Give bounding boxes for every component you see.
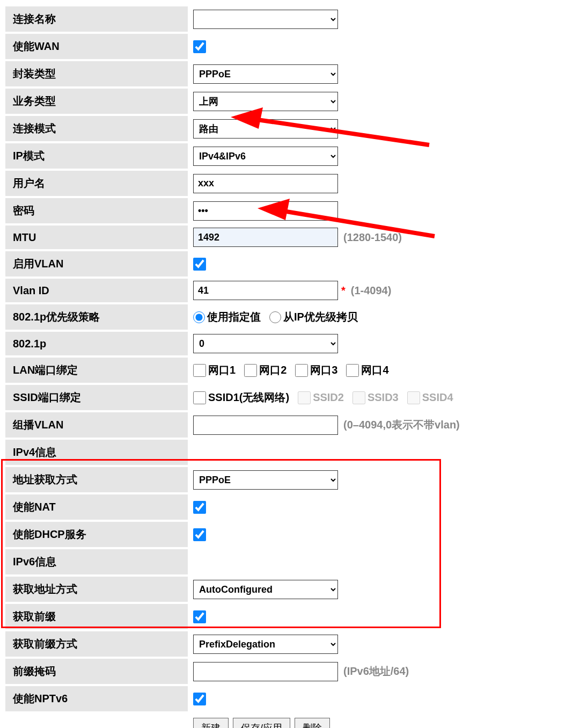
ssid1-text: SSID1(无线网络) [208, 390, 289, 405]
checkbox-ssid3 [352, 391, 365, 404]
delete-button[interactable]: 删除 [295, 718, 330, 728]
hint-mtu: (1280-1540) [343, 231, 402, 244]
checkbox-lan-port2[interactable] [244, 364, 257, 377]
lan-port4-text: 网口4 [361, 363, 388, 377]
hint-multicast-vlan: (0–4094,0表示不带vlan) [343, 418, 460, 432]
ssid4-text: SSID4 [422, 391, 453, 404]
label-addr-mode: 地址获取方式 [5, 467, 188, 492]
checkbox-ssid4 [407, 391, 420, 404]
row-enable-vlan: 启用VLAN [5, 250, 568, 278]
radio-copy-from-ip[interactable] [269, 311, 281, 323]
select-conn-name[interactable] [193, 10, 338, 29]
label-multicast-vlan: 组播VLAN [5, 412, 188, 438]
checkbox-lan-port3[interactable] [295, 364, 308, 377]
checkbox-lan-port4[interactable] [346, 364, 359, 377]
checkbox-enable-nat[interactable] [193, 501, 206, 514]
input-prefix-mask[interactable] [193, 662, 338, 681]
input-multicast-vlan[interactable] [193, 416, 338, 435]
row-password: 密码 [5, 197, 568, 224]
hint-vlan-id: (1-4094) [351, 285, 392, 297]
checkbox-lan-port1[interactable] [193, 364, 206, 377]
row-lan-bind: LAN端口绑定 网口1 网口2 网口3 网口4 [5, 356, 568, 384]
ssid4-label: SSID4 [407, 391, 453, 404]
lan-port3-label[interactable]: 网口3 [295, 363, 337, 377]
lan-port4-label[interactable]: 网口4 [346, 363, 388, 377]
hint-prefix-mask: (IPv6地址/64) [343, 664, 409, 679]
row-vlan-id: Vlan ID *(1-4094) [5, 278, 568, 303]
row-ipv6-info: IPv6信息 [5, 548, 568, 576]
label-8021p-policy: 802.1p优先级策略 [5, 304, 188, 330]
ssid2-text: SSID2 [313, 391, 344, 404]
row-prefix-mode: 获取前缀方式 PrefixDelegation [5, 630, 568, 658]
checkbox-enable-nptv6[interactable] [193, 693, 206, 705]
label-ipv6-addr-mode: 获取地址方式 [5, 577, 188, 602]
radio-copy-from-ip-text: 从IP优先级拷贝 [283, 310, 358, 324]
row-prefix-mask: 前缀掩码 (IPv6地址/64) [5, 658, 568, 685]
ssid1-label[interactable]: SSID1(无线网络) [193, 390, 289, 405]
label-password: 密码 [5, 198, 188, 223]
label-service-type: 业务类型 [5, 89, 188, 114]
input-vlan-id[interactable] [193, 281, 338, 300]
input-password[interactable] [193, 201, 338, 221]
lan-port2-text: 网口2 [259, 363, 286, 377]
radio-use-specified-text: 使用指定值 [207, 310, 261, 324]
select-addr-mode[interactable]: PPPoE [193, 470, 338, 490]
row-get-prefix: 获取前缀 [5, 603, 568, 630]
checkbox-enable-wan[interactable] [193, 40, 206, 53]
lan-port1-label[interactable]: 网口1 [193, 363, 236, 377]
wan-config-form: 连接名称 使能WAN 封装类型 PPPoE 业务类型 上网 连接模式 [5, 5, 568, 728]
label-vlan-id: Vlan ID [5, 279, 188, 302]
row-ip-mode: IP模式 IPv4&IPv6 [5, 142, 568, 170]
select-service-type[interactable]: 上网 [193, 92, 338, 111]
select-ipv6-addr-mode[interactable]: AutoConfigured [193, 580, 338, 599]
row-addr-mode: 地址获取方式 PPPoE [5, 466, 568, 493]
label-mtu: MTU [5, 225, 188, 249]
row-conn-mode: 连接模式 路由 [5, 115, 568, 142]
select-ip-mode[interactable]: IPv4&IPv6 [193, 147, 338, 166]
label-ip-mode: IP模式 [5, 143, 188, 169]
select-conn-mode[interactable]: 路由 [193, 119, 338, 139]
lan-port3-text: 网口3 [310, 363, 337, 377]
row-enable-dhcp: 使能DHCP服务 [5, 521, 568, 548]
label-ipv6-info: IPv6信息 [5, 549, 188, 574]
row-multicast-vlan: 组播VLAN (0–4094,0表示不带vlan) [5, 411, 568, 439]
label-prefix-mode: 获取前缀方式 [5, 631, 188, 657]
checkbox-ssid2 [298, 391, 311, 404]
lan-port2-label[interactable]: 网口2 [244, 363, 286, 377]
radio-copy-from-ip-label[interactable]: 从IP优先级拷贝 [269, 310, 358, 324]
label-lan-bind: LAN端口绑定 [5, 358, 188, 383]
checkbox-enable-vlan[interactable] [193, 258, 206, 271]
select-encap-type[interactable]: PPPoE [193, 64, 338, 84]
input-username[interactable] [193, 174, 338, 193]
asterisk-icon: * [341, 285, 346, 297]
row-encap-type: 封装类型 PPPoE [5, 60, 568, 88]
radio-use-specified[interactable] [193, 311, 205, 323]
label-enable-dhcp: 使能DHCP服务 [5, 522, 188, 547]
input-mtu[interactable] [193, 228, 338, 247]
lan-port1-text: 网口1 [208, 363, 236, 377]
label-get-prefix: 获取前缀 [5, 604, 188, 629]
row-enable-wan: 使能WAN [5, 33, 568, 60]
checkbox-enable-dhcp[interactable] [193, 528, 206, 541]
label-enable-nat: 使能NAT [5, 494, 188, 520]
label-username: 用户名 [5, 171, 188, 196]
checkbox-get-prefix[interactable] [193, 610, 206, 623]
save-button[interactable]: 保存/应用 [233, 718, 290, 728]
label-8021p: 802.1p [5, 332, 188, 355]
new-button[interactable]: 新建 [193, 718, 229, 728]
label-enable-vlan: 启用VLAN [5, 251, 188, 276]
label-conn-name: 连接名称 [5, 6, 188, 32]
label-ipv4-info: IPv4信息 [5, 440, 188, 465]
row-enable-nptv6: 使能NPTv6 [5, 685, 568, 712]
label-prefix-mask: 前缀掩码 [5, 659, 188, 684]
ssid2-label: SSID2 [298, 391, 344, 404]
row-username: 用户名 [5, 170, 568, 197]
row-ipv6-addr-mode: 获取地址方式 AutoConfigured [5, 576, 568, 603]
radio-use-specified-label[interactable]: 使用指定值 [193, 310, 261, 324]
select-prefix-mode[interactable]: PrefixDelegation [193, 635, 338, 654]
select-8021p[interactable]: 0 [193, 334, 338, 353]
checkbox-ssid1[interactable] [193, 391, 206, 404]
row-8021p: 802.1p 0 [5, 331, 568, 356]
label-conn-mode: 连接模式 [5, 116, 188, 141]
ssid3-label: SSID3 [352, 391, 399, 404]
